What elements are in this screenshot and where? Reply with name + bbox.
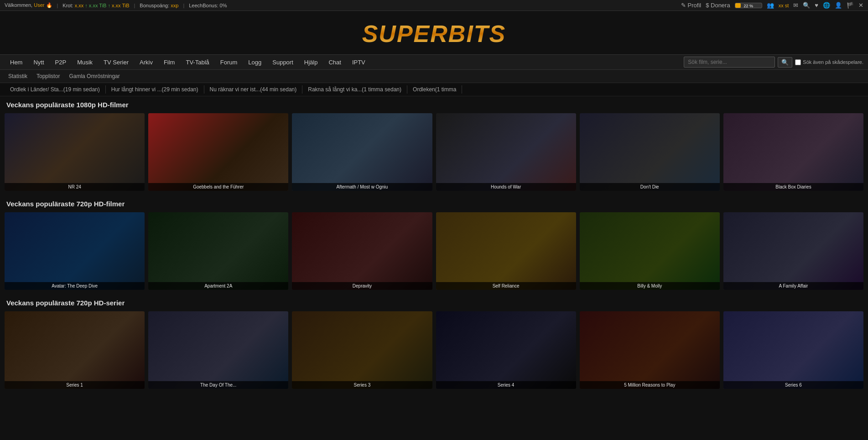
welcome-text: Välkommen, User 🔥: [5, 2, 52, 8]
leech-info: LeechBonus: 0%: [189, 3, 227, 8]
ticker-item[interactable]: Ordleken(1 timma: [407, 85, 462, 94]
krot-val: x.xx: [75, 3, 84, 8]
nav-item-forum[interactable]: Forum: [215, 55, 243, 69]
poster-title: Black Box Diaries: [723, 183, 863, 191]
content: Veckans populäraste 1080p HD-filmer NR 2…: [0, 96, 868, 403]
ticker-item[interactable]: Ordlek i Länder/ Sta...(19 min sedan): [5, 85, 106, 94]
nav-item-logg[interactable]: Logg: [243, 55, 267, 69]
hd720-grid: Avatar: The Deep DiveApartment 2ADepravi…: [5, 212, 863, 290]
nav-item-film[interactable]: Film: [158, 55, 181, 69]
poster-title: Series 6: [723, 381, 863, 389]
up-arrow: ↑: [85, 3, 89, 8]
movie-poster[interactable]: Series 6: [723, 311, 863, 389]
search-button[interactable]: 🔍: [778, 57, 792, 68]
user-icon[interactable]: 👤: [835, 2, 842, 9]
subnav-item[interactable]: Topplistor: [33, 72, 63, 81]
hd720-title: Veckans populäraste 720p HD-filmer: [5, 200, 863, 208]
poster-title: The Day Of The...: [148, 381, 288, 389]
actor-search-label: Sök även på skådespelare.: [803, 59, 863, 65]
movie-poster[interactable]: Goebbels and the Führer: [148, 113, 288, 191]
poster-title: Don't Die: [580, 183, 720, 191]
st-count: xx st: [779, 3, 789, 8]
hd720-section: Veckans populäraste 720p HD-filmer Avata…: [5, 200, 863, 290]
poster-title: Billy & Molly: [580, 282, 720, 290]
profil-button[interactable]: ✎ Profil: [681, 2, 701, 9]
movie-poster[interactable]: Series 1: [5, 311, 145, 389]
poster-title: NR 24: [5, 183, 145, 191]
username: User: [34, 2, 44, 8]
movie-poster[interactable]: Self Reliance: [436, 212, 576, 290]
heart-icon[interactable]: ♥: [815, 2, 818, 9]
movie-poster[interactable]: 5 Million Reasons to Play: [580, 311, 720, 389]
progress-bar: 22 %: [735, 3, 762, 8]
movie-poster[interactable]: Avatar: The Deep Dive: [5, 212, 145, 290]
close-button[interactable]: ✕: [858, 2, 863, 9]
poster-title: Series 4: [436, 381, 576, 389]
movie-poster[interactable]: Hounds of War: [436, 113, 576, 191]
nav-links: HemNyttP2PMusikTV SerierArkivFilmTV-Tabl…: [5, 55, 371, 69]
leech-val: 0%: [220, 3, 227, 8]
poster-title: Avatar: The Deep Dive: [5, 282, 145, 290]
movie-poster[interactable]: Series 4: [436, 311, 576, 389]
nav-item-tv-tabla[interactable]: TV-Tablå: [180, 55, 214, 69]
poster-title: Series 1: [5, 381, 145, 389]
sub-nav: StatistikTopplistorGamla Omröstningar: [0, 70, 868, 83]
subnav-item[interactable]: Statistik: [5, 72, 31, 81]
movie-poster[interactable]: Billy & Molly: [580, 212, 720, 290]
nav-item-musik[interactable]: Musik: [72, 55, 98, 69]
ticker-item[interactable]: Hur långt hinner vi ...(29 min sedan): [106, 85, 204, 94]
nav-item-nytt[interactable]: Nytt: [28, 55, 49, 69]
nav-item-iptv[interactable]: IPTV: [347, 55, 371, 69]
poster-title: Aftermath / Most w Ogniu: [292, 183, 432, 191]
poster-title: Series 3: [292, 381, 432, 389]
tib1: x.xx TiB: [89, 3, 107, 8]
nav-item-arkiv[interactable]: Arkiv: [134, 55, 158, 69]
search-checkbox-area: Sök även på skådespelare.: [795, 59, 863, 65]
poster-title: Goebbels and the Führer: [148, 183, 288, 191]
nav-right: 🔍 Sök även på skådespelare.: [684, 55, 863, 69]
series720-title: Veckans populäraste 720p HD-serier: [5, 299, 863, 307]
movie-poster[interactable]: Aftermath / Most w Ogniu: [292, 113, 432, 191]
nav-item-hjalp[interactable]: Hjälp: [299, 55, 323, 69]
donera-button[interactable]: $ Donera: [706, 2, 730, 9]
ticker-item[interactable]: Nu räknar vi ner ist...(44 min sedan): [204, 85, 303, 94]
users-icon: 👥: [767, 2, 774, 9]
search-input[interactable]: [684, 57, 775, 68]
bonus-info: Bonuspoäng: xxp: [140, 3, 178, 8]
search-area: 🔍: [684, 55, 792, 69]
progress-text: 22 %: [735, 3, 762, 8]
globe-icon: 🌐: [823, 2, 830, 9]
ticker-item[interactable]: Rakna så långt vi ka...(1 timma sedan): [302, 85, 407, 94]
subnav-item[interactable]: Gamla Omröstningar: [65, 72, 123, 81]
mail-icon[interactable]: ✉: [793, 2, 798, 9]
series720-grid: Series 1The Day Of The...Series 3Series …: [5, 311, 863, 389]
bonus-val: xxp: [171, 3, 178, 8]
movie-poster[interactable]: Series 3: [292, 311, 432, 389]
logo-text[interactable]: SUPERBITS: [362, 20, 506, 47]
movie-poster[interactable]: The Day Of The...: [148, 311, 288, 389]
actor-search-checkbox[interactable]: [795, 59, 801, 65]
movie-poster[interactable]: Apartment 2A: [148, 212, 288, 290]
hd1080-title: Veckans populäraste 1080p HD-filmer: [5, 101, 863, 109]
series720-section: Veckans populäraste 720p HD-serier Serie…: [5, 299, 863, 389]
hd1080-grid: NR 24Goebbels and the FührerAftermath / …: [5, 113, 863, 191]
nav-item-tv-serier[interactable]: TV Serier: [98, 55, 134, 69]
poster-title: Apartment 2A: [148, 282, 288, 290]
movie-poster[interactable]: A Family Affair: [723, 212, 863, 290]
search-topbar-icon[interactable]: 🔍: [803, 2, 810, 9]
nav-item-p2p[interactable]: P2P: [50, 55, 72, 69]
movie-poster[interactable]: Black Box Diaries: [723, 113, 863, 191]
movie-poster[interactable]: Don't Die: [580, 113, 720, 191]
topbar: Välkommen, User 🔥 | Krot: x.xx ↑ x.xx Ti…: [0, 0, 868, 11]
movie-poster[interactable]: NR 24: [5, 113, 145, 191]
tib2: x.xx TiB: [112, 3, 130, 8]
ticker: Ordlek i Länder/ Sta...(19 min sedan)Hur…: [0, 83, 868, 96]
nav-item-chat[interactable]: Chat: [323, 55, 346, 69]
nav-item-hem[interactable]: Hem: [5, 55, 28, 69]
nav-item-support[interactable]: Support: [267, 55, 299, 69]
poster-title: 5 Million Reasons to Play: [580, 381, 720, 389]
movie-poster[interactable]: Depravity: [292, 212, 432, 290]
poster-title: A Family Affair: [723, 282, 863, 290]
poster-title: Hounds of War: [436, 183, 576, 191]
main-nav: HemNyttP2PMusikTV SerierArkivFilmTV-Tabl…: [0, 54, 868, 70]
